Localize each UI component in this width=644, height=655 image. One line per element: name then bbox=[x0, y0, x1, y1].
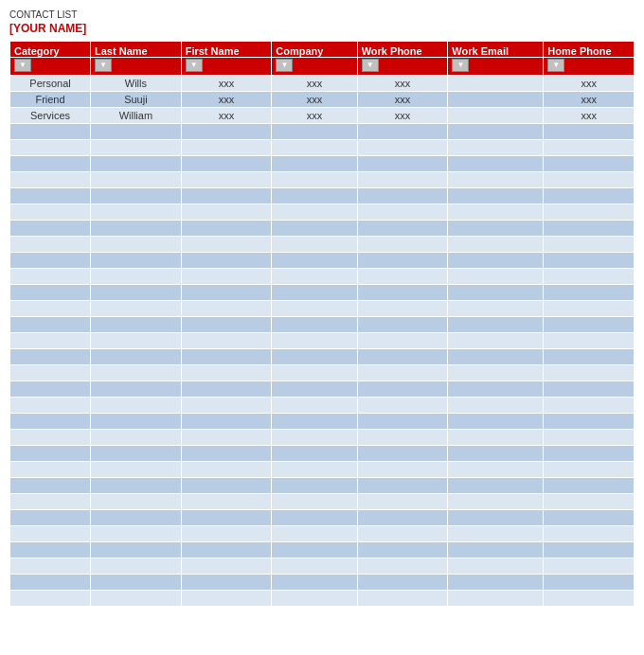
empty-cell[interactable] bbox=[10, 525, 91, 541]
empty-cell[interactable] bbox=[448, 252, 544, 268]
empty-cell[interactable] bbox=[91, 477, 182, 493]
table-cell[interactable] bbox=[448, 75, 544, 91]
empty-cell[interactable] bbox=[181, 236, 272, 252]
empty-cell[interactable] bbox=[91, 509, 182, 525]
filter-last-name[interactable]: ▼ bbox=[91, 58, 182, 76]
empty-cell[interactable] bbox=[272, 574, 357, 590]
empty-cell[interactable] bbox=[357, 381, 448, 397]
table-cell[interactable] bbox=[448, 91, 544, 107]
empty-cell[interactable] bbox=[91, 348, 182, 364]
empty-cell[interactable] bbox=[10, 284, 91, 300]
table-cell[interactable]: xxx bbox=[272, 107, 357, 123]
empty-cell[interactable] bbox=[272, 155, 357, 171]
empty-cell[interactable] bbox=[357, 252, 448, 268]
empty-cell[interactable] bbox=[544, 123, 635, 139]
empty-cell[interactable] bbox=[181, 558, 272, 574]
empty-cell[interactable] bbox=[544, 574, 635, 590]
table-cell[interactable]: xxx bbox=[357, 91, 448, 107]
empty-cell[interactable] bbox=[272, 139, 357, 155]
empty-cell[interactable] bbox=[91, 413, 182, 429]
empty-cell[interactable] bbox=[448, 429, 544, 445]
empty-cell[interactable] bbox=[181, 284, 272, 300]
empty-cell[interactable] bbox=[544, 139, 635, 155]
empty-cell[interactable] bbox=[181, 123, 272, 139]
empty-cell[interactable] bbox=[10, 413, 91, 429]
company-dropdown[interactable]: ▼ bbox=[276, 59, 293, 72]
empty-cell[interactable] bbox=[448, 413, 544, 429]
empty-cell[interactable] bbox=[357, 220, 448, 236]
table-cell[interactable]: Services bbox=[10, 107, 91, 123]
empty-cell[interactable] bbox=[91, 381, 182, 397]
empty-cell[interactable] bbox=[448, 509, 544, 525]
empty-cell[interactable] bbox=[91, 187, 182, 204]
filter-work-email[interactable]: ▼ bbox=[448, 58, 544, 76]
empty-cell[interactable] bbox=[272, 381, 357, 397]
empty-cell[interactable] bbox=[357, 445, 448, 461]
empty-cell[interactable] bbox=[91, 220, 182, 236]
empty-cell[interactable] bbox=[272, 187, 357, 204]
empty-cell[interactable] bbox=[10, 381, 91, 397]
empty-cell[interactable] bbox=[544, 316, 635, 332]
empty-cell[interactable] bbox=[357, 590, 448, 606]
table-cell[interactable]: xxx bbox=[544, 91, 635, 107]
empty-cell[interactable] bbox=[448, 123, 544, 139]
empty-cell[interactable] bbox=[544, 509, 635, 525]
empty-cell[interactable] bbox=[357, 348, 448, 364]
empty-cell[interactable] bbox=[544, 284, 635, 300]
empty-cell[interactable] bbox=[448, 477, 544, 493]
empty-cell[interactable] bbox=[544, 429, 635, 445]
empty-cell[interactable] bbox=[272, 220, 357, 236]
last-name-dropdown[interactable]: ▼ bbox=[95, 59, 112, 72]
empty-cell[interactable] bbox=[91, 300, 182, 316]
empty-cell[interactable] bbox=[10, 252, 91, 268]
empty-cell[interactable] bbox=[181, 316, 272, 332]
table-cell[interactable]: xxx bbox=[272, 91, 357, 107]
filter-home-phone[interactable]: ▼ bbox=[544, 58, 635, 76]
empty-cell[interactable] bbox=[544, 300, 635, 316]
empty-cell[interactable] bbox=[10, 590, 91, 606]
empty-cell[interactable] bbox=[448, 268, 544, 284]
empty-cell[interactable] bbox=[181, 155, 272, 171]
empty-cell[interactable] bbox=[181, 332, 272, 348]
empty-cell[interactable] bbox=[272, 268, 357, 284]
empty-cell[interactable] bbox=[448, 590, 544, 606]
empty-cell[interactable] bbox=[272, 397, 357, 413]
empty-cell[interactable] bbox=[357, 574, 448, 590]
empty-cell[interactable] bbox=[357, 413, 448, 429]
empty-cell[interactable] bbox=[544, 541, 635, 558]
empty-cell[interactable] bbox=[357, 300, 448, 316]
empty-cell[interactable] bbox=[544, 590, 635, 606]
empty-cell[interactable] bbox=[181, 204, 272, 220]
empty-cell[interactable] bbox=[448, 493, 544, 509]
filter-company[interactable]: ▼ bbox=[272, 58, 357, 76]
empty-cell[interactable] bbox=[544, 364, 635, 381]
empty-cell[interactable] bbox=[544, 332, 635, 348]
work-phone-dropdown[interactable]: ▼ bbox=[362, 59, 379, 72]
empty-cell[interactable] bbox=[448, 236, 544, 252]
empty-cell[interactable] bbox=[272, 316, 357, 332]
empty-cell[interactable] bbox=[91, 204, 182, 220]
empty-cell[interactable] bbox=[357, 187, 448, 204]
empty-cell[interactable] bbox=[357, 541, 448, 558]
empty-cell[interactable] bbox=[448, 558, 544, 574]
empty-cell[interactable] bbox=[544, 413, 635, 429]
empty-cell[interactable] bbox=[10, 187, 91, 204]
empty-cell[interactable] bbox=[181, 493, 272, 509]
category-dropdown[interactable]: ▼ bbox=[14, 59, 31, 72]
empty-cell[interactable] bbox=[181, 413, 272, 429]
empty-cell[interactable] bbox=[544, 445, 635, 461]
empty-cell[interactable] bbox=[10, 268, 91, 284]
filter-category[interactable]: ▼ bbox=[10, 58, 91, 76]
empty-cell[interactable] bbox=[544, 252, 635, 268]
empty-cell[interactable] bbox=[272, 525, 357, 541]
empty-cell[interactable] bbox=[272, 300, 357, 316]
empty-cell[interactable] bbox=[10, 493, 91, 509]
empty-cell[interactable] bbox=[181, 574, 272, 590]
first-name-dropdown[interactable]: ▼ bbox=[186, 59, 203, 72]
empty-cell[interactable] bbox=[10, 300, 91, 316]
empty-cell[interactable] bbox=[10, 429, 91, 445]
empty-cell[interactable] bbox=[544, 187, 635, 204]
empty-cell[interactable] bbox=[10, 171, 91, 187]
empty-cell[interactable] bbox=[448, 204, 544, 220]
empty-cell[interactable] bbox=[272, 204, 357, 220]
